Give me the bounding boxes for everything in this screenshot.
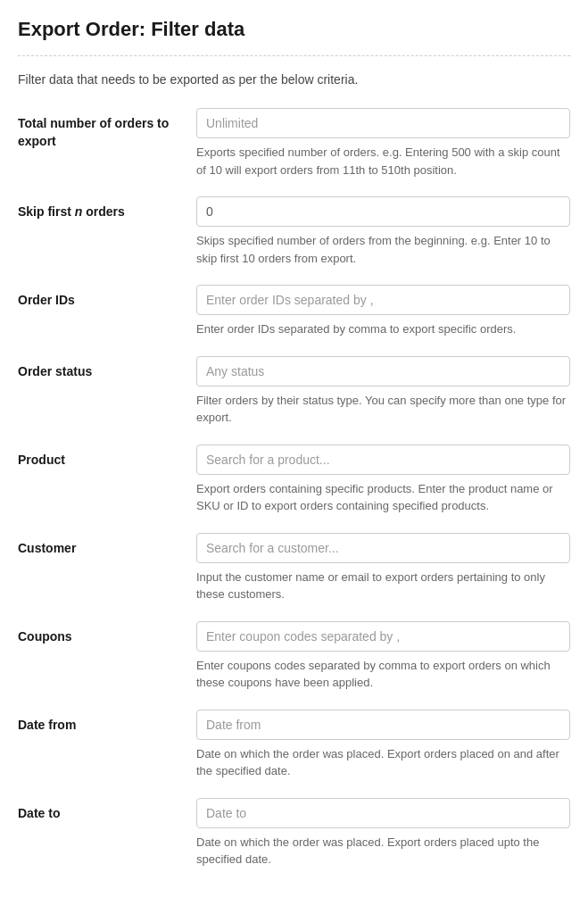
form-row-date-to: Date toDate on which the order was place… (18, 798, 570, 868)
description-product: Export orders containing specific produc… (196, 480, 570, 515)
page-title: Export Order: Filter data (18, 18, 570, 41)
label-coupons: Coupons (18, 628, 182, 646)
field-cell-order-ids: Enter order IDs separated by comma to ex… (196, 285, 570, 338)
field-cell-product: Export orders containing specific produc… (196, 445, 570, 515)
form-row-order-ids: Order IDsEnter order IDs separated by co… (18, 285, 570, 338)
section-divider (18, 55, 570, 56)
description-skip-orders: Skips specified number of orders from th… (196, 232, 570, 267)
label-total-orders: Total number of orders to export (18, 115, 182, 150)
form-row-total-orders: Total number of orders to exportExports … (18, 108, 570, 179)
form-row-coupons: CouponsEnter coupons codes separated by … (18, 621, 570, 692)
field-cell-coupons: Enter coupons codes separated by comma t… (196, 621, 570, 692)
page-subtitle: Filter data that needs to be exported as… (18, 72, 570, 87)
description-order-ids: Enter order IDs separated by comma to ex… (196, 320, 570, 338)
label-cell-product: Product (18, 445, 196, 469)
input-customer[interactable] (196, 533, 570, 563)
field-cell-skip-orders: Skips specified number of orders from th… (196, 196, 570, 267)
page-container: Export Order: Filter data Filter data th… (0, 0, 588, 913)
field-cell-date-from: Date on which the order was placed. Expo… (196, 710, 570, 780)
form-row-order-status: Order statusFilter orders by their statu… (18, 356, 570, 427)
label-cell-coupons: Coupons (18, 621, 196, 646)
label-skip-orders: Skip first n orders (18, 204, 182, 221)
label-cell-total-orders: Total number of orders to export (18, 108, 196, 150)
form-row-product: ProductExport orders containing specific… (18, 445, 570, 515)
input-order-status[interactable] (196, 356, 570, 386)
input-date-from[interactable] (196, 710, 570, 740)
input-order-ids[interactable] (196, 285, 570, 315)
input-total-orders[interactable] (196, 108, 570, 138)
form-row-skip-orders: Skip first n ordersSkips specified numbe… (18, 196, 570, 267)
form-row-customer: CustomerInput the customer name or email… (18, 533, 570, 603)
label-customer: Customer (18, 540, 182, 558)
label-cell-date-to: Date to (18, 798, 196, 823)
label-date-to: Date to (18, 805, 182, 823)
label-order-status: Order status (18, 363, 182, 381)
label-cell-order-status: Order status (18, 356, 196, 381)
description-coupons: Enter coupons codes separated by comma t… (196, 657, 570, 692)
label-order-ids: Order IDs (18, 292, 182, 310)
label-cell-date-from: Date from (18, 710, 196, 735)
input-date-to[interactable] (196, 798, 570, 828)
description-date-from: Date on which the order was placed. Expo… (196, 745, 570, 780)
label-cell-skip-orders: Skip first n orders (18, 196, 196, 221)
description-customer: Input the customer name or email to expo… (196, 569, 570, 603)
field-cell-total-orders: Exports specified number of orders. e.g.… (196, 108, 570, 179)
field-cell-customer: Input the customer name or email to expo… (196, 533, 570, 603)
label-product: Product (18, 452, 182, 469)
field-cell-date-to: Date on which the order was placed. Expo… (196, 798, 570, 868)
form-row-date-from: Date fromDate on which the order was pla… (18, 710, 570, 780)
input-coupons[interactable] (196, 621, 570, 652)
description-date-to: Date on which the order was placed. Expo… (196, 834, 570, 868)
label-date-from: Date from (18, 717, 182, 735)
input-skip-orders[interactable] (196, 196, 570, 227)
field-cell-order-status: Filter orders by their status type. You … (196, 356, 570, 427)
description-order-status: Filter orders by their status type. You … (196, 392, 570, 427)
input-product[interactable] (196, 445, 570, 475)
form-fields: Total number of orders to exportExports … (18, 108, 570, 868)
label-cell-order-ids: Order IDs (18, 285, 196, 310)
description-total-orders: Exports specified number of orders. e.g.… (196, 144, 570, 179)
label-cell-customer: Customer (18, 533, 196, 558)
